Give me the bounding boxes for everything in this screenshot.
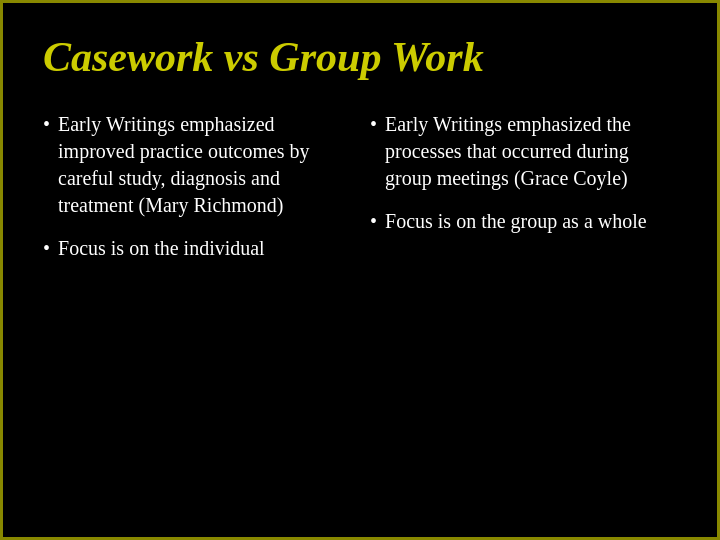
right-column: • Early Writings emphasized the processe… xyxy=(370,111,677,262)
right-bullet-item-1: • Early Writings emphasized the processe… xyxy=(370,111,677,192)
right-bullet-symbol-2: • xyxy=(370,210,377,233)
left-bullet-item-1: • Early Writings emphasized improved pra… xyxy=(43,111,350,219)
left-bullet-symbol-2: • xyxy=(43,237,50,260)
slide: Casework vs Group Work • Early Writings … xyxy=(0,0,720,540)
right-bullet-text-1: Early Writings emphasized the processes … xyxy=(385,111,677,192)
left-bullet-text-1: Early Writings emphasized improved pract… xyxy=(58,111,350,219)
right-bullet-symbol-1: • xyxy=(370,113,377,136)
content-area: • Early Writings emphasized improved pra… xyxy=(43,111,677,262)
slide-title: Casework vs Group Work xyxy=(43,33,677,81)
left-bullet-text-2: Focus is on the individual xyxy=(58,235,265,262)
left-column: • Early Writings emphasized improved pra… xyxy=(43,111,350,262)
right-bullet-item-2: • Focus is on the group as a whole xyxy=(370,208,677,235)
right-bullet-text-2: Focus is on the group as a whole xyxy=(385,208,647,235)
left-bullet-item-2: • Focus is on the individual xyxy=(43,235,350,262)
left-bullet-symbol-1: • xyxy=(43,113,50,136)
